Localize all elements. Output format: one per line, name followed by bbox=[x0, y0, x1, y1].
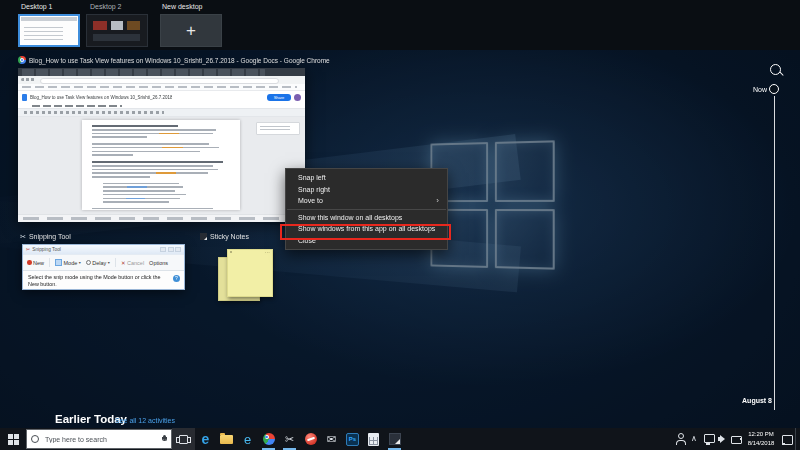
snipping-tool-icon: ✂ bbox=[285, 434, 294, 445]
task-view-screen: Desktop 1 Desktop 2 New desktop + Blog_H… bbox=[0, 0, 800, 450]
timeline-scroll-knob[interactable] bbox=[769, 84, 779, 94]
windows-start-icon bbox=[8, 434, 19, 445]
plus-icon: + bbox=[186, 21, 196, 41]
internet-explorer-icon: e bbox=[244, 433, 251, 446]
chevron-up-icon[interactable]: ∧ bbox=[687, 431, 701, 447]
clock-time: 12:20 PM bbox=[743, 430, 779, 439]
timeline-date-marker: August 8 bbox=[700, 397, 772, 404]
browser-bookmarks-bar bbox=[18, 84, 305, 91]
sticky-notes-icon bbox=[200, 233, 207, 240]
show-desktop-button[interactable] bbox=[795, 428, 800, 450]
file-explorer-icon bbox=[220, 435, 233, 444]
menu-item-show-window-all-desktops[interactable]: Show this window on all desktops bbox=[286, 212, 447, 224]
chrome-window-title: Blog_How to use Task View features on Wi… bbox=[29, 57, 330, 64]
note-menu-dots-icon: ⋯ bbox=[265, 249, 270, 255]
options-button[interactable]: Options bbox=[149, 260, 168, 266]
cortana-icon bbox=[31, 435, 39, 443]
people-icon[interactable] bbox=[673, 431, 687, 447]
task-view-icon bbox=[179, 435, 188, 444]
desktop-1-preview bbox=[21, 17, 77, 44]
menu-item-snap-left[interactable]: Snap left bbox=[286, 172, 447, 184]
taskbar: e e ✂ ✉ Ps ∧ bbox=[0, 428, 800, 450]
virtual-desktops-bar: Desktop 1 Desktop 2 New desktop + bbox=[0, 0, 800, 50]
menu-item-move-to[interactable]: Move to › bbox=[286, 195, 447, 207]
clock-date: 8/14/2018 bbox=[743, 439, 779, 448]
browser-address-bar bbox=[18, 76, 305, 84]
new-desktop-button[interactable]: + bbox=[160, 14, 222, 47]
action-center-icon[interactable] bbox=[779, 431, 795, 447]
snipping-message: Select the snip mode using the Mode butt… bbox=[23, 271, 184, 289]
docs-header: Blog_How to use Task View features on Wi… bbox=[18, 91, 305, 103]
sticky-notes-title-row[interactable]: Sticky Notes bbox=[200, 233, 249, 240]
timeline-now-label: Now bbox=[741, 86, 767, 93]
red-highlight-box bbox=[280, 224, 451, 240]
chrome-window-title-row[interactable]: Blog_How to use Task View features on Wi… bbox=[18, 56, 330, 64]
timeline-scrollbar[interactable] bbox=[774, 96, 775, 410]
mode-icon bbox=[55, 259, 62, 266]
calculator-icon bbox=[368, 433, 379, 446]
mail-icon: ✉ bbox=[327, 434, 336, 445]
chrome-icon bbox=[263, 433, 275, 445]
desktop-2-thumbnail[interactable] bbox=[86, 14, 148, 47]
window-controls bbox=[160, 247, 181, 253]
cancel-x-icon: ✕ bbox=[121, 260, 126, 266]
red-browser-icon bbox=[305, 433, 317, 445]
volume-icon[interactable] bbox=[715, 431, 729, 447]
snipping-tool-window-thumbnail[interactable]: ✂ Snipping Tool New Mode ▾ Delay ▾ ✕ bbox=[22, 244, 185, 290]
timeline-search-icon[interactable] bbox=[770, 64, 781, 75]
taskbar-app-chrome[interactable] bbox=[258, 428, 279, 450]
doc-comment-box bbox=[256, 122, 300, 135]
snipping-tool-icon: ✂ bbox=[20, 233, 26, 240]
help-icon[interactable]: ? bbox=[173, 275, 180, 282]
chrome-window-thumbnail[interactable]: Blog_How to use Task View features on Wi… bbox=[18, 68, 305, 222]
taskbar-app-internet-explorer[interactable]: e bbox=[237, 428, 258, 450]
sticky-note-front[interactable]: ⋯ bbox=[227, 249, 273, 297]
search-input[interactable] bbox=[43, 435, 158, 444]
new-snip-icon bbox=[27, 260, 32, 265]
mode-button[interactable]: Mode ▾ bbox=[55, 259, 81, 266]
share-button: Share bbox=[267, 94, 291, 101]
dropdown-arrow-icon: ▾ bbox=[108, 260, 110, 265]
network-display-icon[interactable] bbox=[701, 431, 715, 447]
taskbar-app-red-browser[interactable] bbox=[300, 428, 321, 450]
doc-page-content bbox=[82, 120, 240, 210]
taskbar-app-sticky-notes[interactable] bbox=[384, 428, 405, 450]
sticky-notes-icon bbox=[389, 433, 401, 445]
see-all-activities-link[interactable]: See all 12 activities bbox=[115, 417, 175, 424]
docs-canvas bbox=[18, 117, 305, 214]
taskbar-app-edge[interactable]: e bbox=[195, 428, 216, 450]
taskbar-clock[interactable]: 12:20 PM 8/14/2018 bbox=[743, 430, 779, 448]
taskbar-app-photoshop[interactable]: Ps bbox=[342, 428, 363, 450]
docs-toolbar bbox=[18, 108, 305, 117]
dropdown-arrow-icon: ▾ bbox=[79, 260, 81, 265]
cancel-button[interactable]: ✕ Cancel bbox=[121, 260, 144, 266]
desktop-1-thumbnail[interactable] bbox=[18, 14, 80, 47]
chrome-icon bbox=[18, 56, 26, 64]
desktop-2-label: Desktop 2 bbox=[90, 3, 122, 10]
task-view-button[interactable] bbox=[172, 428, 195, 450]
note-add-icon bbox=[230, 251, 232, 253]
start-button[interactable] bbox=[0, 428, 26, 450]
battery-icon[interactable] bbox=[729, 431, 743, 447]
avatar bbox=[294, 94, 301, 101]
snipping-title-bar: ✂ Snipping Tool bbox=[23, 245, 184, 255]
microphone-icon[interactable] bbox=[162, 435, 167, 444]
snipping-tool-title-row[interactable]: ✂ Snipping Tool bbox=[20, 233, 71, 240]
taskbar-app-mail[interactable]: ✉ bbox=[321, 428, 342, 450]
taskbar-app-snipping-tool[interactable]: ✂ bbox=[279, 428, 300, 450]
taskbar-app-file-explorer[interactable] bbox=[216, 428, 237, 450]
sticky-notes-label: Sticky Notes bbox=[210, 233, 249, 240]
docs-icon bbox=[22, 94, 27, 101]
new-desktop-label: New desktop bbox=[162, 3, 202, 10]
submenu-arrow-icon: › bbox=[436, 197, 439, 205]
delay-button[interactable]: Delay ▾ bbox=[86, 260, 110, 266]
scissors-icon: ✂ bbox=[26, 247, 30, 252]
snipping-window-title: Snipping Tool bbox=[32, 247, 61, 252]
taskbar-search-box[interactable] bbox=[26, 429, 172, 449]
menu-item-snap-right[interactable]: Snap right bbox=[286, 184, 447, 196]
snipping-tool-label: Snipping Tool bbox=[29, 233, 71, 240]
snipping-toolbar: New Mode ▾ Delay ▾ ✕ Cancel Options bbox=[23, 255, 184, 271]
taskbar-app-calculator[interactable] bbox=[363, 428, 384, 450]
menu-separator bbox=[287, 209, 446, 210]
new-snip-button[interactable]: New bbox=[27, 260, 44, 266]
